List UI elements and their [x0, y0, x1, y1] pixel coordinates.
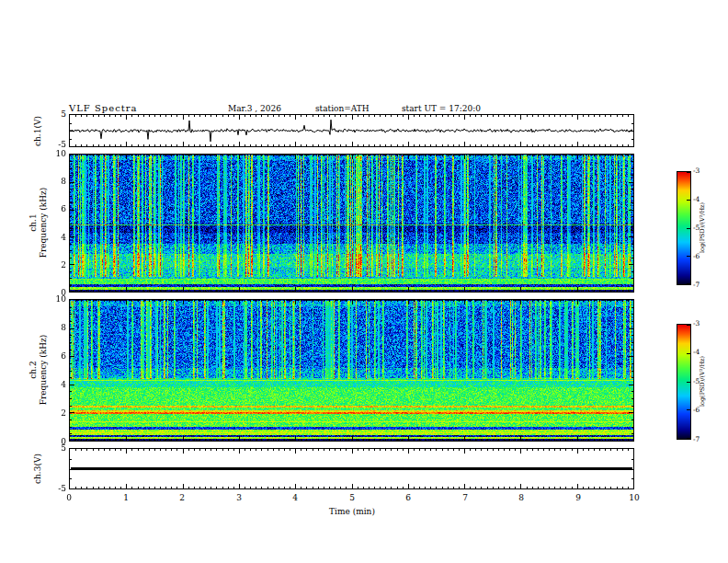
xtick-3: 3 — [230, 493, 248, 502]
cb2-tick-4: -7 — [693, 436, 708, 443]
start-ut-label: start UT = 17:20:0 — [402, 104, 481, 113]
spec1-ytick-10: 10 — [50, 149, 66, 158]
xtick-8: 8 — [512, 493, 530, 502]
xtick-4: 4 — [286, 493, 304, 502]
cb2-tick-3: -6 — [693, 407, 708, 414]
spec1-ytick-8: 8 — [50, 177, 66, 186]
xtick-9: 9 — [569, 493, 587, 502]
spec2-ytick-6: 6 — [50, 351, 66, 361]
time-axis-label: Time (min) — [324, 507, 381, 516]
ch2-spec-axis-label: ch.2 Frequency (kHz) — [26, 299, 51, 440]
ch2-spec-freq-text: Frequency (kHz) — [39, 334, 49, 405]
spec1-ytick-4: 4 — [50, 233, 66, 242]
ch2-spectrogram-panel — [69, 299, 634, 442]
cb2-tick-1: -4 — [693, 349, 708, 356]
spec2-ytick-8: 8 — [50, 323, 66, 332]
spec2-ytick-4: 4 — [50, 380, 66, 389]
cb2-tick-2: -5 — [693, 378, 708, 385]
ch1-waveform-panel — [69, 114, 634, 147]
xtick-5: 5 — [343, 493, 361, 502]
cb1-tick-4: -7 — [693, 282, 708, 289]
ch3-wave-axis-label: ch.3(V) — [29, 448, 46, 489]
date-label: Mar.3 , 2026 — [228, 104, 281, 113]
xtick-6: 6 — [399, 493, 417, 502]
xtick-0: 0 — [60, 493, 78, 502]
cb2-tick-0: -3 — [693, 320, 708, 327]
xtick-1: 1 — [117, 493, 135, 502]
cb1-tick-1: -4 — [693, 196, 708, 203]
ch2-spec-channel-text: ch.2 — [28, 334, 39, 405]
ch3-ymin-tick: -5 — [50, 484, 66, 493]
vlf-spectra-figure: VLF Spectra Mar.3 , 2026 station=ATH sta… — [0, 0, 728, 563]
ch1-wave-label-text: ch.1(V) — [33, 116, 43, 146]
ch1-ymin-tick: -5 — [50, 140, 66, 149]
page-title: VLF Spectra — [69, 103, 138, 113]
ch1-spectrogram-panel — [69, 154, 634, 293]
ch1-ymax-tick: 5 — [50, 109, 66, 119]
ch2-colorbar — [677, 324, 691, 440]
cb1-tick-0: -3 — [693, 167, 708, 175]
xtick-2: 2 — [173, 493, 191, 502]
ch1-colorbar — [677, 171, 691, 285]
ch1-spec-channel-text: ch.1 — [28, 187, 39, 258]
ch3-wave-label-text: ch.3(V) — [33, 454, 43, 484]
spec1-ytick-2: 2 — [50, 260, 66, 270]
ch1-spec-freq-text: Frequency (kHz) — [39, 187, 49, 258]
ch3-waveform-panel — [69, 448, 634, 489]
xtick-7: 7 — [456, 493, 474, 502]
ch3-ymax-tick: 5 — [50, 443, 66, 453]
spec2-ytick-2: 2 — [50, 408, 66, 418]
ch1-wave-axis-label: ch.1(V) — [29, 114, 46, 147]
cb1-tick-3: -6 — [693, 253, 708, 260]
xtick-10: 10 — [625, 493, 643, 502]
ch1-spec-axis-label: ch.1 Frequency (kHz) — [26, 154, 51, 291]
cb1-tick-2: -5 — [693, 224, 708, 232]
spec2-ytick-10: 10 — [50, 294, 66, 304]
station-label: station=ATH — [315, 104, 370, 113]
spec1-ytick-6: 6 — [50, 204, 66, 213]
